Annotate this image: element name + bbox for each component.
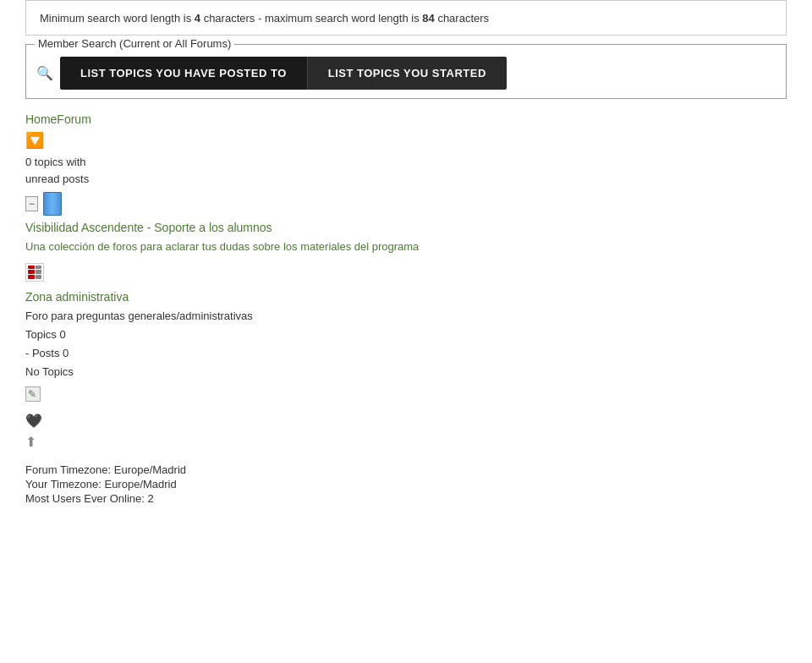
unread-line2: unread posts bbox=[25, 172, 787, 187]
forum-tz-text: Forum Timezone: Europe/Madrid bbox=[25, 463, 787, 476]
forum-desc-row: Una colección de foros para aclarar tus … bbox=[25, 239, 787, 253]
search-suffix-text: characters bbox=[435, 12, 489, 25]
home-forum-row: HomeForum bbox=[25, 112, 787, 126]
collapse-button[interactable]: − bbox=[25, 196, 38, 211]
forum-title-link[interactable]: Visibilidad Ascendente - Soporte a los a… bbox=[25, 221, 272, 234]
member-search-section: Member Search (Current or All Forums) 🔍 … bbox=[25, 44, 787, 99]
heart-icon-row: 🖤 bbox=[25, 413, 787, 429]
search-mid-text: characters - maximum search word length … bbox=[200, 12, 422, 25]
footer-timezone: Forum Timezone: Europe/Madrid Your Timez… bbox=[25, 463, 787, 505]
your-tz-text: Your Timezone: Europe/Madrid bbox=[25, 478, 787, 490]
list-topics-started-button[interactable]: LIST TOPICS YOU STARTED bbox=[308, 57, 507, 90]
topics-row: Topics 0 bbox=[25, 327, 787, 341]
book-icon bbox=[43, 192, 62, 216]
posts-row: - Posts 0 bbox=[25, 346, 787, 359]
search-info-text: Minimum search word length is 4 characte… bbox=[40, 12, 489, 25]
up-arrow-row: ⬆ bbox=[25, 434, 787, 450]
unread-line1: 0 topics with bbox=[25, 155, 787, 170]
list-icon-row bbox=[25, 258, 787, 281]
edit-icon bbox=[25, 386, 41, 402]
up-arrow-icon: ⬆ bbox=[25, 434, 787, 450]
member-search-inner: 🔍 LIST TOPICS YOU HAVE POSTED TO LIST TO… bbox=[36, 57, 776, 90]
edit-icon-row bbox=[25, 383, 787, 408]
zona-admin-row: Zona administrativa bbox=[25, 290, 787, 304]
posts-label: - Posts 0 bbox=[25, 347, 69, 359]
forum-icon-row: − bbox=[25, 192, 787, 216]
filter-icon: 🔽 bbox=[25, 132, 44, 149]
topics-label: Topics 0 bbox=[25, 328, 66, 341]
zona-admin-link[interactable]: Zona administrativa bbox=[25, 290, 129, 304]
no-topics-row: No Topics bbox=[25, 364, 787, 378]
search-max-value: 84 bbox=[422, 12, 434, 25]
search-info-box: Minimum search word length is 4 characte… bbox=[25, 0, 787, 36]
no-topics-label: No Topics bbox=[25, 365, 74, 378]
search-min-prefix: Minimum search word length is bbox=[40, 12, 195, 25]
forum-title-row: Visibilidad Ascendente - Soporte a los a… bbox=[25, 221, 787, 234]
zona-foro-desc: Foro para preguntas generales/administra… bbox=[25, 310, 253, 322]
most-users-text: Most Users Ever Online: 2 bbox=[25, 492, 787, 505]
list-icon bbox=[25, 263, 44, 282]
search-min-value: 4 bbox=[195, 12, 200, 25]
search-icon: 🔍 bbox=[36, 65, 53, 81]
unread-icon-row: 🔽 bbox=[25, 131, 787, 150]
toolbar-buttons: LIST TOPICS YOU HAVE POSTED TO LIST TOPI… bbox=[60, 57, 507, 90]
home-forum-link[interactable]: HomeForum bbox=[25, 112, 91, 126]
heart-icon: 🖤 bbox=[25, 413, 787, 429]
member-search-legend: Member Search (Current or All Forums) bbox=[35, 37, 234, 50]
unread-text-block: 0 topics with unread posts bbox=[25, 155, 787, 187]
zona-foro-desc-row: Foro para preguntas generales/administra… bbox=[25, 309, 787, 322]
forum-desc-text: Una colección de foros para aclarar tus … bbox=[25, 240, 419, 253]
content-area: HomeForum 🔽 0 topics with unread posts −… bbox=[0, 99, 812, 515]
list-topics-posted-button[interactable]: LIST TOPICS YOU HAVE POSTED TO bbox=[60, 57, 307, 90]
